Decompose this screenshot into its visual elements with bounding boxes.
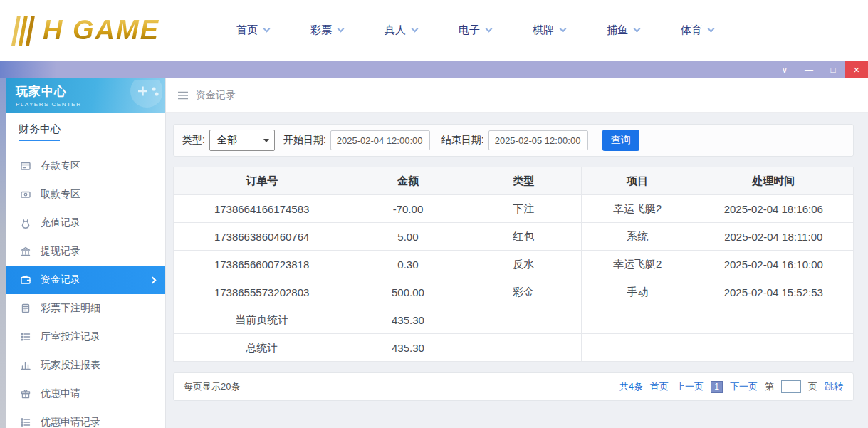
sidebar-item-lottery-bet-details[interactable]: 彩票下注明细 <box>6 294 165 323</box>
table-cell <box>581 306 694 334</box>
table-cell <box>466 306 581 334</box>
table-cell: 总统计 <box>174 334 350 362</box>
sidebar-item-deposit[interactable]: 存款专区 <box>6 152 165 180</box>
menu-toggle-icon[interactable] <box>177 91 189 100</box>
table-row-grand-total: 总统计 435.30 <box>174 334 854 362</box>
start-date-input[interactable] <box>330 130 430 150</box>
type-select[interactable]: 全部 <box>209 130 275 151</box>
sidebar-item-label: 彩票下注明细 <box>41 302 100 315</box>
logo-text: H GAME <box>43 15 160 46</box>
window-maximize-button[interactable]: □ <box>821 61 845 78</box>
table-cell: 1738664166174583 <box>174 195 350 223</box>
table-cell: 当前页统计 <box>174 306 350 334</box>
nav-item-sports[interactable]: 体育 <box>681 24 713 37</box>
pager: 共4条 首页 上一页 1 下一页 第 页 跳转 <box>619 380 843 393</box>
screen: H GAME 首页 彩票 真人 电子 棋牌 捕鱼 体育 ∨ — □ × 玩家中心 <box>0 0 868 428</box>
table-row: 1738655573202803 500.00 彩金 手动 2025-02-04… <box>174 278 854 306</box>
window-controls: ∨ — □ × <box>773 61 868 78</box>
prev-page-link[interactable]: 上一页 <box>676 380 704 393</box>
start-date-label: 开始日期: <box>283 134 326 147</box>
sidebar-header: 玩家中心 PLAYERS CENTER <box>6 78 165 113</box>
table-cell: 500.00 <box>350 278 466 306</box>
end-date-label: 结束日期: <box>441 134 484 147</box>
banknote-icon <box>20 189 31 200</box>
type-label: 类型: <box>182 134 205 147</box>
nav-item-live[interactable]: 真人 <box>385 24 417 37</box>
table-cell <box>694 334 853 362</box>
window-close-button[interactable]: × <box>845 61 868 78</box>
first-page-link[interactable]: 首页 <box>650 380 669 393</box>
table-row: 1738664166174583 -70.00 下注 幸运飞艇2 2025-02… <box>174 195 854 223</box>
chevron-down-icon <box>634 26 641 33</box>
table-cell: 彩金 <box>466 278 581 306</box>
app-window: 玩家中心 PLAYERS CENTER 财务中心 存款专区 <box>0 78 868 428</box>
chevron-down-icon <box>263 26 271 33</box>
col-header-order-id: 订单号 <box>174 167 350 195</box>
sidebar-item-promo-apply[interactable]: 优惠申请 <box>6 380 165 408</box>
sidebar-item-label: 充值记录 <box>41 216 80 229</box>
query-button[interactable]: 查询 <box>602 130 639 151</box>
nav-item-fishing[interactable]: 捕鱼 <box>607 24 639 37</box>
table-cell: 1738655573202803 <box>174 278 350 306</box>
sidebar-section-label: 财务中心 <box>19 122 61 136</box>
jump-suffix-label: 页 <box>808 380 817 393</box>
jump-prefix-label: 第 <box>765 380 774 393</box>
sidebar-item-withdrawal-records[interactable]: 提现记录 <box>6 237 165 266</box>
chevron-down-icon <box>412 26 419 33</box>
nav-label: 电子 <box>459 24 480 37</box>
col-header-project: 项目 <box>581 167 694 195</box>
money-bag-icon <box>20 217 31 229</box>
logo[interactable]: H GAME <box>10 13 209 48</box>
window-minimize-button[interactable]: — <box>797 61 821 78</box>
col-header-type: 类型 <box>466 167 581 195</box>
sidebar-item-recharge-records[interactable]: 充值记录 <box>6 209 165 237</box>
sidebar-item-hall-bet-records[interactable]: 厅室投注记录 <box>6 323 165 351</box>
wallet-icon <box>20 274 31 286</box>
nav-item-chess[interactable]: 棋牌 <box>533 24 565 37</box>
sidebar-section-title: 财务中心 <box>6 113 165 146</box>
table-cell <box>694 306 853 334</box>
sidebar-item-player-bet-report[interactable]: 玩家投注报表 <box>6 351 165 380</box>
sidebar-item-funds-records[interactable]: 资金记录 <box>6 266 165 294</box>
page-jump-input[interactable] <box>781 380 801 393</box>
nav-label: 彩票 <box>310 24 332 37</box>
table-row: 1738656600723818 0.30 反水 幸运飞艇2 2025-02-0… <box>174 251 854 278</box>
chevron-down-icon <box>486 26 493 33</box>
sidebar-item-label: 提现记录 <box>41 245 80 258</box>
funds-table: 订单号 金额 类型 项目 处理时间 1738664166174583 -70.0… <box>173 167 854 362</box>
window-titlebar: ∨ — □ × <box>0 61 868 78</box>
chevron-right-icon <box>150 276 157 283</box>
sidebar-item-promo-apply-records[interactable]: 优惠申请记录 <box>6 408 165 428</box>
nav-item-lottery[interactable]: 彩票 <box>310 24 343 37</box>
nav-item-electronic[interactable]: 电子 <box>459 24 491 37</box>
col-header-time: 处理时间 <box>694 167 853 195</box>
table-cell: 反水 <box>466 251 581 278</box>
window-left-border <box>0 78 6 428</box>
page-size-text: 每页显示20条 <box>184 380 240 393</box>
sidebar-item-label: 玩家投注报表 <box>41 359 100 372</box>
table-cell: 5.00 <box>350 223 466 251</box>
nav-item-home[interactable]: 首页 <box>236 24 269 37</box>
table-cell: 系统 <box>581 223 694 251</box>
table-cell: 2025-02-04 16:10:00 <box>694 251 853 278</box>
sidebar-item-withdraw[interactable]: 取款专区 <box>6 180 165 209</box>
deposit-card-icon <box>20 160 31 172</box>
table-cell: 2025-02-04 18:11:00 <box>694 223 853 251</box>
table-cell: 手动 <box>581 278 694 306</box>
sidebar-item-label: 取款专区 <box>41 188 80 201</box>
panel-area: 类型: 全部 开始日期: 结束日期: 查询 订单 <box>166 113 868 428</box>
list-check-icon <box>20 417 31 428</box>
filter-panel: 类型: 全部 开始日期: 结束日期: 查询 <box>173 124 854 157</box>
window-collapse-button[interactable]: ∨ <box>773 61 797 78</box>
type-select-value: 全部 <box>217 134 237 147</box>
jump-button[interactable]: 跳转 <box>825 380 843 393</box>
document-icon <box>20 303 31 314</box>
end-date-input[interactable] <box>488 130 588 150</box>
next-page-link[interactable]: 下一页 <box>730 380 758 393</box>
current-page-badge[interactable]: 1 <box>711 381 723 393</box>
sidebar-item-label: 优惠申请 <box>41 387 80 400</box>
sidebar-subtitle: PLAYERS CENTER <box>16 101 81 108</box>
gift-icon <box>20 388 31 400</box>
table-cell: -70.00 <box>350 195 466 223</box>
chevron-down-icon <box>560 26 567 33</box>
